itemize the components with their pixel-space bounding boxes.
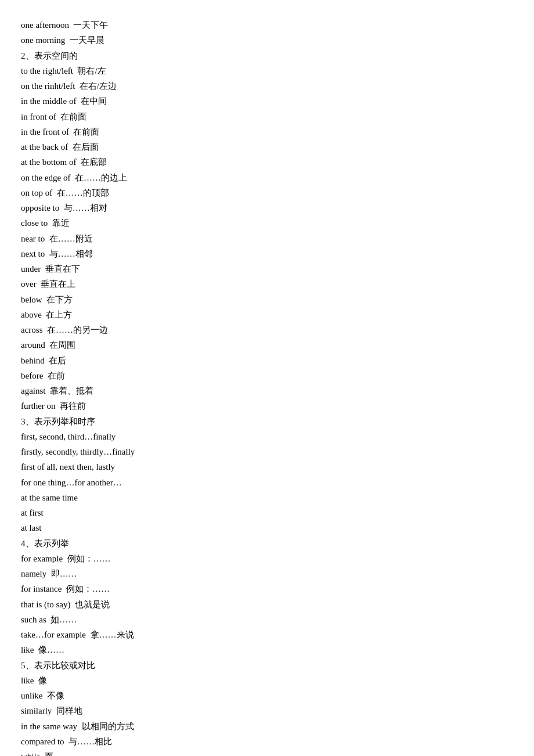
line-item: 4、表示列举: [21, 536, 513, 551]
line-item: at first: [21, 505, 513, 520]
line-item: unlike 不像: [21, 688, 513, 703]
line-item: 3、表示列举和时序: [21, 414, 513, 429]
line-item: that is (to say) 也就是说: [21, 597, 513, 612]
line-item: further on 再往前: [21, 398, 513, 413]
line-item: close to 靠近: [21, 215, 513, 231]
line-item: first, second, third…finally: [21, 429, 513, 444]
line-item: opposite to 与……相对: [21, 200, 513, 215]
line-item: similarly 同样地: [21, 703, 513, 718]
line-item: above 在上方: [21, 307, 513, 322]
content-area: one afternoon 一天下午one morning 一天早晨2、表示空间…: [21, 17, 513, 756]
line-item: behind 在后: [21, 353, 513, 368]
line-item: in front of 在前面: [21, 109, 513, 124]
line-item: like 像……: [21, 642, 513, 657]
line-item: to the right/left 朝右/左: [21, 63, 513, 78]
line-item: at the back of 在后面: [21, 139, 513, 154]
line-item: first of all, next then, lastly: [21, 459, 513, 474]
line-item: like 像: [21, 673, 513, 688]
line-item: over 垂直在上: [21, 276, 513, 291]
line-item: for one thing…for another…: [21, 475, 513, 490]
line-item: compared to 与……相比: [21, 734, 513, 749]
line-item: one morning 一天早晨: [21, 33, 513, 48]
line-item: namely 即……: [21, 566, 513, 581]
line-item: against 靠着、抵着: [21, 383, 513, 398]
line-item: 2、表示空间的: [21, 48, 513, 63]
line-item: at last: [21, 520, 513, 535]
line-item: for instance 例如：……: [21, 581, 513, 596]
line-item: across 在……的另一边: [21, 322, 513, 337]
line-item: in the front of 在前面: [21, 124, 513, 139]
line-item: in the middle of 在中间: [21, 93, 513, 109]
line-item: on the edge of 在……的边上: [21, 170, 513, 185]
line-item: under 垂直在下: [21, 261, 513, 276]
line-item: one afternoon 一天下午: [21, 17, 513, 33]
line-item: in the same way 以相同的方式: [21, 719, 513, 734]
line-item: while 而: [21, 749, 513, 756]
line-item: for example 例如：……: [21, 551, 513, 566]
line-item: on top of 在……的顶部: [21, 185, 513, 200]
line-item: 5、表示比较或对比: [21, 658, 513, 673]
line-item: take…for example 拿……来说: [21, 627, 513, 642]
line-item: on the rinht/left 在右/左边: [21, 78, 513, 93]
line-item: next to 与……相邻: [21, 246, 513, 261]
line-item: at the same time: [21, 490, 513, 505]
line-item: at the bottom of 在底部: [21, 154, 513, 170]
line-item: before 在前: [21, 368, 513, 383]
line-item: below 在下方: [21, 292, 513, 307]
line-item: near to 在……附近: [21, 231, 513, 246]
line-item: such as 如……: [21, 612, 513, 627]
line-item: firstly, secondly, thirdly…finally: [21, 444, 513, 459]
line-item: around 在周围: [21, 337, 513, 352]
